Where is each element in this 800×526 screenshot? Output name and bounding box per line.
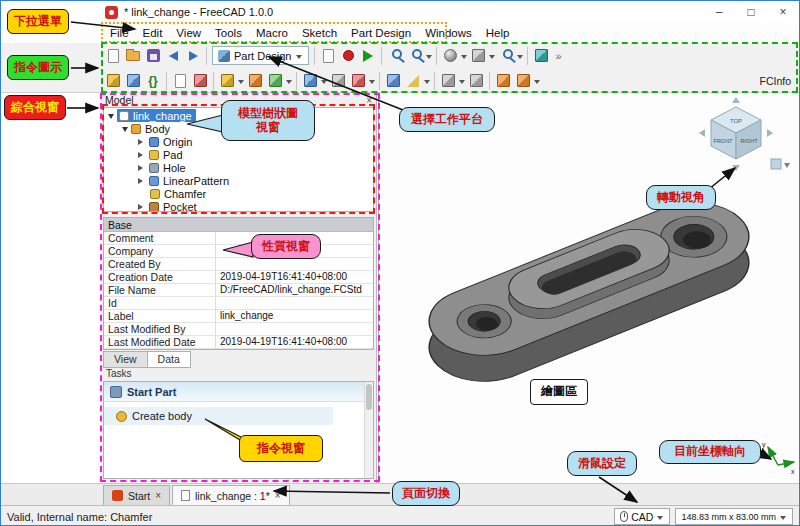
tree-item-linearpattern[interactable]: LinearPattern <box>104 174 373 187</box>
menu-sketch[interactable]: Sketch <box>295 25 344 41</box>
expander-icon[interactable] <box>138 165 146 171</box>
part-box-button[interactable] <box>493 70 513 91</box>
nav-arrow-right-icon[interactable] <box>767 129 773 137</box>
property-section-header[interactable]: Base <box>104 218 373 232</box>
document-icon <box>181 490 190 501</box>
menu-help[interactable]: Help <box>479 25 517 41</box>
expander-icon[interactable] <box>138 139 146 145</box>
execute-macro-button[interactable] <box>358 45 378 66</box>
nav-arrow-left-icon[interactable] <box>699 129 705 137</box>
create-datum-button[interactable] <box>123 70 143 91</box>
migrate-button[interactable] <box>466 70 486 91</box>
fit-all-button[interactable] <box>385 45 405 66</box>
close-icon[interactable]: × <box>275 490 281 501</box>
chevron-down-icon[interactable] <box>489 55 495 62</box>
zoom-box-button[interactable] <box>405 45 425 66</box>
expander-icon[interactable] <box>138 152 146 158</box>
nav-arrow-up-icon[interactable] <box>732 97 740 103</box>
new-file-button[interactable] <box>103 45 123 66</box>
isometric-view-button[interactable] <box>468 45 488 66</box>
chevron-down-icon[interactable] <box>461 55 467 62</box>
property-value[interactable] <box>216 297 373 309</box>
create-body-button[interactable] <box>103 70 123 91</box>
additive-loft-button[interactable] <box>265 70 285 91</box>
chevron-down-icon[interactable] <box>286 80 292 87</box>
property-value[interactable]: 2019-04-19T16:41:40+08:00 <box>216 271 373 283</box>
toolbar-overflow-icon[interactable]: » <box>555 50 561 62</box>
expression-button[interactable]: {} <box>143 70 163 91</box>
undo-button[interactable] <box>163 45 183 66</box>
tree-item-hole[interactable]: Hole <box>104 161 373 174</box>
expander-icon[interactable] <box>122 127 128 135</box>
tasks-scrollbar[interactable] <box>364 382 373 478</box>
nav-mini-cube-icon[interactable] <box>771 159 781 169</box>
menu-file[interactable]: File <box>103 25 136 41</box>
create-body-task[interactable]: Create body <box>104 407 333 425</box>
chevron-down-icon[interactable] <box>534 80 540 87</box>
menu-part-design[interactable]: Part Design <box>344 25 418 41</box>
part-primitive-button[interactable] <box>513 70 533 91</box>
tab-start[interactable]: Start × <box>103 485 170 505</box>
tree-item-pad[interactable]: Pad <box>104 148 373 161</box>
menu-macro[interactable]: Macro <box>249 25 295 41</box>
boolean-button[interactable] <box>438 70 458 91</box>
pad-button[interactable] <box>217 70 237 91</box>
property-value[interactable]: link_change <box>216 310 373 322</box>
property-value[interactable] <box>216 323 373 335</box>
navigation-cube[interactable]: TOP FRONT RIGHT <box>699 97 790 171</box>
tab-view[interactable]: View <box>103 351 148 368</box>
open-file-button[interactable] <box>123 45 143 66</box>
tab-link-change[interactable]: link_change : 1* × <box>172 485 290 505</box>
draw-style-button[interactable] <box>440 45 460 66</box>
chevron-down-icon[interactable] <box>517 55 523 62</box>
minimize-button[interactable]: – <box>703 1 735 23</box>
map-sketch-button[interactable] <box>190 70 210 91</box>
chevron-down-icon[interactable] <box>369 80 375 87</box>
menu-windows[interactable]: Windows <box>418 25 479 41</box>
start-part-header[interactable]: Start Part <box>104 382 373 402</box>
dimension-indicator[interactable]: 148.83 mm x 83.00 mm <box>675 508 793 525</box>
workbench-selector[interactable]: Part Design <box>212 46 309 65</box>
revolution-button[interactable] <box>245 70 265 91</box>
tree-item-chamfer[interactable]: Chamfer <box>104 187 373 200</box>
groove-button[interactable] <box>348 70 368 91</box>
close-button[interactable]: × <box>767 1 799 23</box>
maximize-button[interactable]: □ <box>735 1 767 23</box>
panel-close-icon[interactable]: × <box>366 95 372 106</box>
expander-icon[interactable] <box>108 114 114 122</box>
property-value[interactable]: 2019-04-19T16:41:40+08:00 <box>216 336 373 348</box>
tab-data[interactable]: Data <box>147 351 191 368</box>
3d-viewport[interactable]: TOP FRONT RIGHT <box>378 93 798 483</box>
whats-this-button[interactable] <box>318 45 338 66</box>
property-value[interactable]: D:/FreeCAD/link_change.FCStd <box>216 284 373 296</box>
save-button[interactable] <box>143 45 163 66</box>
nav-arrow-down-icon[interactable] <box>732 165 740 171</box>
chevron-down-icon[interactable] <box>238 80 244 87</box>
chevron-down-icon[interactable] <box>424 80 430 87</box>
fcinfo-button[interactable]: FCInfo <box>759 75 791 87</box>
nav-style-button[interactable] <box>531 45 551 66</box>
create-sketch-button[interactable] <box>170 70 190 91</box>
close-icon[interactable]: × <box>155 490 161 501</box>
property-value[interactable] <box>216 258 373 270</box>
expander-icon[interactable] <box>138 178 146 184</box>
redo-button[interactable] <box>183 45 203 66</box>
scrollbar-thumb[interactable] <box>366 384 372 410</box>
linear-pattern-button[interactable] <box>383 70 403 91</box>
pocket-button[interactable] <box>300 70 320 91</box>
zoom-tools-button[interactable] <box>496 45 516 66</box>
menu-tools[interactable]: Tools <box>208 25 249 41</box>
property-row: Company <box>104 245 373 258</box>
chevron-down-icon[interactable] <box>321 80 327 87</box>
chevron-down-icon[interactable] <box>426 55 432 62</box>
expander-icon[interactable] <box>138 204 146 210</box>
nav-cube-menu-icon[interactable] <box>784 163 790 168</box>
hole-button[interactable] <box>328 70 348 91</box>
chevron-down-icon[interactable] <box>459 80 465 87</box>
nav-style-selector[interactable]: CAD <box>614 508 670 525</box>
menu-view[interactable]: View <box>169 25 208 41</box>
tree-item-pocket[interactable]: Pocket <box>104 200 373 212</box>
menu-edit[interactable]: Edit <box>136 25 170 41</box>
fillet-button[interactable] <box>403 70 423 91</box>
record-macro-button[interactable] <box>338 45 358 66</box>
